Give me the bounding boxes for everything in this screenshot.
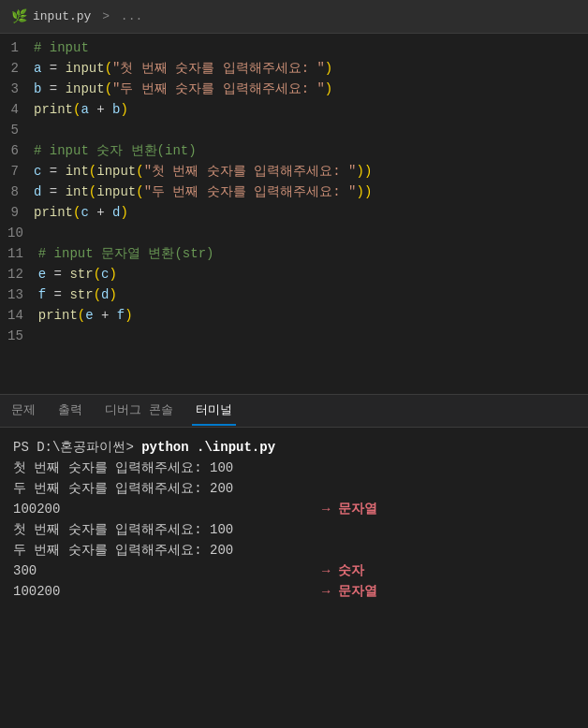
terminal-line-7: 100200 → 문자열: [13, 581, 575, 602]
terminal-command: python .\input.py: [141, 437, 275, 458]
breadcrumb: input.py > ...: [33, 9, 142, 23]
terminal-line-1: 첫 번째 숫자를 입력해주세요: 100: [13, 458, 575, 478]
code-line-3: 3 b = input("두 번째 숫자를 입력해주세요: "): [0, 79, 588, 99]
tab-output[interactable]: 출력: [54, 397, 86, 426]
breadcrumb-separator: >: [102, 9, 117, 23]
code-line-6: 6 # input 숫자 변환(int): [0, 140, 588, 161]
terminal-line-4: 첫 번째 숫자를 입력해주세요: 100: [13, 519, 575, 540]
code-line-7: 7 c = int(input("첫 번째 숫자를 입력해주세요: ")): [0, 161, 588, 182]
tab-debug-console[interactable]: 디버그 콘솔: [101, 397, 177, 426]
annotation-number: → 숫자: [322, 561, 364, 581]
code-editor: 1 # input 2 a = input("첫 번째 숫자를 입력해주세요: …: [0, 34, 588, 394]
annotation-string-1: → 문자열: [322, 499, 377, 519]
annotation-string-2: → 문자열: [322, 581, 377, 602]
code-line-2: 2 a = input("첫 번째 숫자를 입력해주세요: "): [0, 58, 588, 79]
code-line-14: 14 print(e + f): [0, 305, 588, 326]
panel-tabs: 문제 출력 디버그 콘솔 터미널: [0, 394, 588, 428]
terminal-line-5: 두 번째 숫자를 입력해주세요: 200: [13, 540, 575, 561]
code-line-5: 5: [0, 120, 588, 140]
terminal-line-3: 100200 → 문자열: [13, 499, 575, 519]
terminal-panel: PS D:\혼공파이썬> python .\input.py 첫 번째 숫자를 …: [0, 428, 588, 611]
code-line-11: 11 # input 문자열 변환(str): [0, 243, 588, 264]
code-line-12: 12 e = str(c): [0, 264, 588, 284]
header-bar: 🌿 input.py > ...: [0, 0, 588, 34]
breadcrumb-dots: ...: [121, 9, 142, 23]
code-line-4: 4 print(a + b): [0, 99, 588, 120]
tab-terminal[interactable]: 터미널: [192, 397, 236, 426]
code-line-10: 10: [0, 223, 588, 243]
terminal-prompt: PS D:\혼공파이썬>: [13, 437, 141, 458]
terminal-prompt-line: PS D:\혼공파이썬> python .\input.py: [13, 437, 575, 458]
file-icon: 🌿: [11, 8, 27, 24]
tab-problem[interactable]: 문제: [7, 397, 39, 426]
filename: input.py: [33, 9, 91, 23]
code-line-1: 1 # input: [0, 37, 588, 58]
code-line-9: 9 print(c + d): [0, 202, 588, 223]
code-line-13: 13 f = str(d): [0, 284, 588, 305]
code-line-15: 15: [0, 326, 588, 346]
terminal-line-6: 300 → 숫자: [13, 561, 575, 581]
terminal-line-2: 두 번째 숫자를 입력해주세요: 200: [13, 478, 575, 499]
code-line-8: 8 d = int(input("두 번째 숫자를 입력해주세요: ")): [0, 182, 588, 202]
